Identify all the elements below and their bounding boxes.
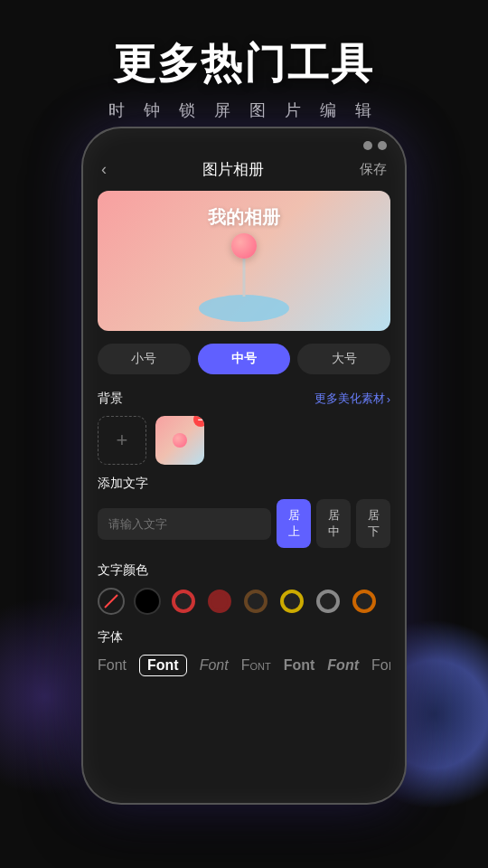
- align-top-button[interactable]: 居上: [277, 499, 311, 548]
- font-item-7[interactable]: Fon: [371, 657, 390, 674]
- font-label-2: Font: [139, 655, 187, 676]
- status-dot-1: [363, 141, 372, 150]
- more-materials-link[interactable]: 更多美化素材 ›: [314, 391, 390, 407]
- color-swatch-dark-red[interactable]: [206, 588, 233, 615]
- font-label-1: Font: [98, 657, 127, 674]
- phone-frame: ‹ 图片相册 保存 我的相册 小号 中号 大号 背景 更多美化素材: [81, 127, 407, 805]
- font-section-label: 字体: [98, 629, 390, 646]
- more-arrow-icon: ›: [387, 392, 390, 406]
- header: 更多热门工具 时 钟 锁 屏 图 片 编 辑: [0, 0, 488, 130]
- size-medium-button[interactable]: 中号: [198, 344, 291, 374]
- size-selector: 小号 中号 大号: [98, 344, 390, 374]
- color-section: 文字颜色: [83, 555, 405, 622]
- thumb-candy-icon: [173, 433, 187, 448]
- text-input-row: 居上 居中 居下: [98, 499, 390, 548]
- text-input-section: 添加文字 居上 居中 居下: [83, 468, 405, 555]
- lollipop-plate: [199, 295, 289, 322]
- background-section-header: 背景 更多美化素材 ›: [98, 391, 390, 407]
- text-input-field[interactable]: [98, 508, 271, 540]
- font-label-4: Font: [241, 657, 271, 674]
- preview-area: 我的相册: [98, 191, 390, 331]
- background-thumbnail-1[interactable]: −: [155, 416, 204, 465]
- status-dot-2: [378, 141, 387, 150]
- phone-mockup: ‹ 图片相册 保存 我的相册 小号 中号 大号 背景 更多美化素材: [81, 127, 407, 805]
- color-swatch-dark[interactable]: [351, 588, 378, 615]
- font-item-5[interactable]: Font: [284, 657, 315, 674]
- color-swatch-gray[interactable]: [314, 588, 342, 615]
- font-options-row: Font Font Font Font Font Font: [98, 655, 390, 676]
- font-label-7: Fon: [371, 657, 390, 674]
- color-swatches-row: [98, 588, 390, 615]
- app-title: 图片相册: [202, 159, 264, 180]
- add-background-button[interactable]: +: [98, 416, 146, 465]
- text-section-label: 添加文字: [98, 476, 390, 492]
- align-bottom-button[interactable]: 居下: [356, 499, 390, 548]
- status-bar: [83, 128, 405, 156]
- background-label: 背景: [98, 391, 123, 407]
- color-swatch-brown[interactable]: [242, 588, 269, 615]
- color-swatch-red[interactable]: [170, 588, 197, 615]
- header-title: 更多热门工具: [0, 36, 488, 92]
- svg-line-0: [105, 595, 117, 608]
- color-swatch-yellow[interactable]: [278, 588, 305, 615]
- lollipop-illustration: [199, 295, 289, 322]
- size-large-button[interactable]: 大号: [297, 344, 390, 374]
- color-swatch-none[interactable]: [98, 588, 125, 615]
- font-item-1[interactable]: Font: [98, 657, 127, 674]
- background-section: 背景 更多美化素材 › + −: [83, 383, 405, 468]
- color-swatch-black[interactable]: [134, 588, 161, 615]
- preview-text: 我的相册: [98, 205, 390, 230]
- color-section-label: 文字颜色: [98, 562, 390, 579]
- header-subtitle: 时 钟 锁 屏 图 片 编 辑: [0, 99, 488, 121]
- size-small-button[interactable]: 小号: [98, 344, 191, 374]
- back-button[interactable]: ‹: [101, 160, 107, 179]
- lollipop-candy: [231, 233, 257, 259]
- more-materials-text: 更多美化素材: [314, 391, 385, 407]
- font-label-3: Font: [200, 657, 229, 674]
- font-item-2[interactable]: Font: [139, 655, 187, 676]
- font-item-3[interactable]: Font: [200, 657, 229, 674]
- no-color-icon: [102, 592, 120, 610]
- background-thumbnails: + −: [98, 416, 390, 465]
- save-button[interactable]: 保存: [360, 161, 387, 178]
- font-item-6[interactable]: Font: [327, 657, 359, 674]
- align-center-button[interactable]: 居中: [316, 499, 351, 548]
- font-label-6: Font: [327, 657, 359, 674]
- app-header: ‹ 图片相册 保存: [83, 156, 405, 191]
- font-label-5: Font: [284, 657, 315, 674]
- font-item-4[interactable]: Font: [241, 657, 271, 674]
- font-section: 字体 Font Font Font Font Font: [83, 622, 405, 684]
